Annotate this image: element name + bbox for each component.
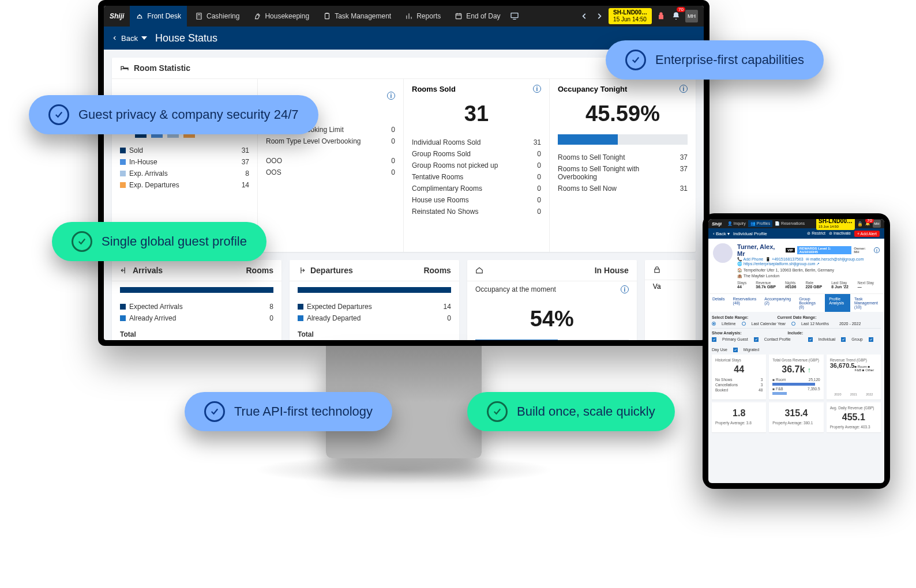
- tablet-nav[interactable]: 👥 Profiles: [748, 220, 772, 227]
- add-phone-link[interactable]: Add Phone: [744, 257, 764, 261]
- tablet-nav[interactable]: 👤 Inquiry: [727, 221, 746, 226]
- user-avatar[interactable]: MH: [685, 10, 698, 22]
- col-title: Occupancy Tonight: [558, 85, 627, 93]
- check-circle-icon: [625, 50, 646, 70]
- in-house-value: 54%: [467, 301, 637, 340]
- vacant-panel-partial: Va: [645, 260, 696, 340]
- profile-header: Turner, Alex, Mr VIP REWARDS Level 1: AU…: [708, 239, 884, 293]
- screen-icon[interactable]: [509, 10, 520, 22]
- user-avatar[interactable]: MH: [873, 220, 881, 228]
- tab-task-management[interactable]: Task Management (10): [850, 294, 884, 312]
- info-icon[interactable]: i: [621, 285, 629, 293]
- brand-logo: Shiji: [110, 12, 124, 20]
- property-badge[interactable]: SH-LND00… 15 Jun 14:50: [609, 8, 652, 24]
- profile-name: Turner, Alex, Mr: [737, 243, 783, 257]
- callout-single-profile: Single global guest profile: [52, 222, 266, 261]
- info-icon[interactable]: i: [680, 85, 688, 93]
- radio-last-12-months[interactable]: [791, 322, 795, 326]
- nav-cashiering[interactable]: Cashiering: [189, 6, 245, 27]
- hotel: The Mayfair London: [744, 274, 779, 278]
- rooms-sold-value: 31: [404, 96, 549, 134]
- panel-title-label: Arrivals: [133, 266, 163, 275]
- back-button[interactable]: Back: [112, 34, 147, 43]
- tablet-device: Shiji 👤 Inquiry 👥 Profiles 📄 Reservation…: [703, 213, 890, 489]
- radio-last-cal-year[interactable]: [742, 322, 746, 326]
- dashboard-content: Room Statistic 25: [104, 50, 704, 340]
- nav-label: Housekeeping: [265, 12, 309, 20]
- lock-icon: [653, 266, 661, 274]
- email-link[interactable]: matte.hersch@shijigroup.com: [810, 257, 864, 261]
- vacant-label: Va: [645, 280, 696, 296]
- profile-stats: Stays44 Revenue36.7k GBP Nights#0106 Rat…: [737, 281, 880, 289]
- table-row: Group Rooms Sold0: [412, 148, 541, 160]
- phone-link[interactable]: +4915168137563: [772, 257, 804, 261]
- table-row: Tentative Rooms0: [412, 171, 541, 183]
- col-label: Rooms: [423, 266, 451, 275]
- notification-bell[interactable]: 70: [670, 10, 682, 22]
- nav-back-button[interactable]: [579, 10, 590, 22]
- info-icon[interactable]: i: [874, 247, 880, 253]
- calendar-icon: [455, 12, 463, 20]
- table-row: Expected Arrivals8: [120, 301, 273, 312]
- tab-details[interactable]: Details: [708, 294, 729, 312]
- table-row: Expected Departures14: [298, 301, 451, 312]
- table-row: Individual Rooms Sold31: [412, 137, 541, 148]
- lock-alert-icon[interactable]: [655, 10, 667, 22]
- arrival-icon: [120, 266, 128, 274]
- date-range-label: Select Date Range:: [712, 315, 748, 319]
- gross-revenue-card: Total Gross Revenue (GBP) 36.7k ↑ ■ Room…: [769, 355, 823, 399]
- nav-label: Reports: [416, 12, 441, 20]
- check-circle-icon: [72, 231, 92, 252]
- nav-end-of-day[interactable]: End of Day: [449, 6, 506, 27]
- lock-alert-icon[interactable]: 🔒: [857, 221, 863, 227]
- departures-bar: [298, 287, 451, 293]
- table-row: Rooms to Sell Now31: [558, 183, 688, 194]
- web-link[interactable]: https://enterpriseplatform.shijigroup.co…: [744, 262, 816, 266]
- info-icon[interactable]: i: [387, 92, 395, 100]
- svg-rect-0: [197, 13, 201, 20]
- property-badge[interactable]: SH-LND00…15 Jun 14:50: [816, 219, 855, 230]
- tablet-nav[interactable]: 📄 Reservations: [775, 221, 805, 226]
- nav-reports[interactable]: Reports: [399, 6, 446, 27]
- info-icon[interactable]: i: [533, 85, 541, 93]
- nav-task-management[interactable]: Task Management: [317, 6, 397, 27]
- inactivate-toggle[interactable]: ⊘ Inactivate: [829, 231, 851, 236]
- adr-card: Avg. Daily Revenue (GBP) 455.1 Property …: [827, 402, 881, 432]
- total-row: Total: [120, 329, 273, 340]
- tab-accompanying[interactable]: Accompanying (2): [760, 294, 795, 312]
- radio-lifetime[interactable]: [712, 322, 716, 326]
- profile-tabs: Details Reservations (48) Accompanying (…: [708, 293, 884, 312]
- chevron-left-icon: [112, 35, 118, 41]
- notification-bell[interactable]: 🔔70: [865, 221, 870, 226]
- restrict-toggle[interactable]: ⊘ Restrict: [807, 231, 825, 236]
- legend-row: In-House37: [120, 156, 249, 168]
- page-title: House Status: [155, 32, 217, 44]
- tab-group-bookings[interactable]: Group Bookings (0): [795, 294, 825, 312]
- chk-group[interactable]: [841, 337, 846, 342]
- svg-rect-2: [456, 14, 461, 19]
- svg-rect-4: [655, 269, 659, 273]
- nav-housekeeping[interactable]: Housekeeping: [247, 6, 315, 27]
- chk-day-use[interactable]: [869, 337, 873, 342]
- historical-stays-card: Historical Stays 44 No Shows3 Cancellati…: [712, 355, 766, 399]
- tab-reservations[interactable]: Reservations (48): [729, 294, 760, 312]
- tablet-subheader: ‹ Back ▾ Individual Profile ⊘ Restrict ⊘…: [708, 228, 884, 239]
- tab-profile-analysis[interactable]: Profile Analysis: [825, 294, 850, 312]
- chk-individual[interactable]: [808, 337, 813, 342]
- property-time: 15 Jun 14:50: [613, 16, 647, 22]
- check-circle-icon: [487, 401, 508, 422]
- property-code: SH-LND00…: [613, 9, 647, 16]
- calculator-icon: [195, 12, 203, 20]
- svg-rect-1: [325, 13, 329, 18]
- departure-icon: [298, 266, 306, 274]
- add-alert-button[interactable]: + Add Alert: [854, 231, 880, 237]
- owner-label: Owner: MH: [854, 247, 872, 254]
- nav-forward-button[interactable]: [594, 10, 605, 22]
- chk-contact-profile[interactable]: [754, 337, 759, 342]
- nav-front-desk[interactable]: Front Desk: [130, 6, 187, 27]
- back-button[interactable]: ‹ Back ▾: [713, 231, 730, 236]
- panel-title-label: In House: [595, 266, 629, 275]
- chk-primary-guest[interactable]: [712, 337, 716, 342]
- table-row: Complimentary Rooms0: [412, 183, 541, 194]
- chk-migrated[interactable]: [733, 348, 738, 352]
